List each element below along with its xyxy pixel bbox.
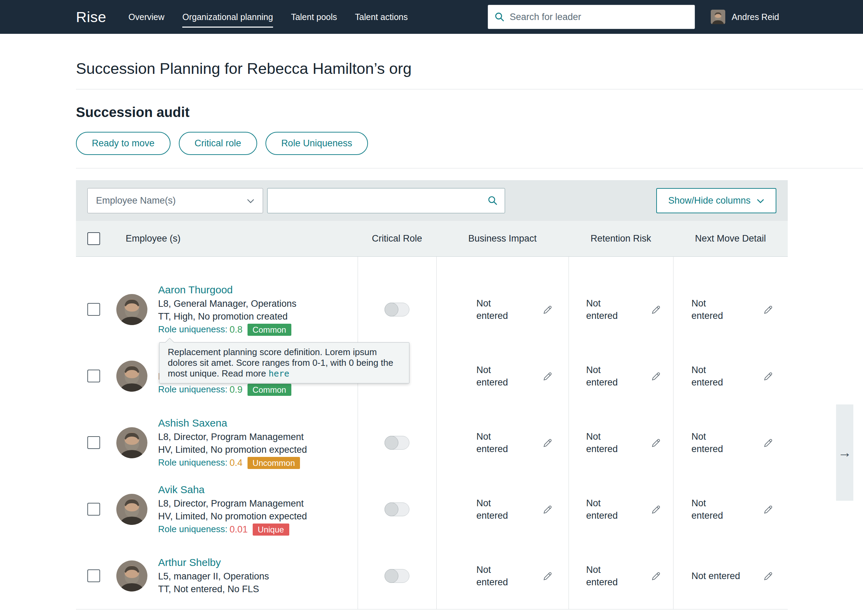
edit-pencil-icon[interactable] [763, 571, 773, 581]
role-uniqueness-badge: Common [247, 324, 291, 336]
row-checkbox[interactable] [87, 569, 100, 582]
business-impact-header: Business Impact [468, 233, 536, 244]
employee-name-link[interactable]: Ashish Saxena [158, 416, 307, 430]
table-row: Avik Saha L8, Director, Program Manageme… [76, 476, 788, 542]
edit-pencil-icon[interactable] [763, 504, 773, 515]
page-title: Succession Planning for Rebecca Hamilton… [76, 59, 863, 78]
next-move-detail-cell: Not entered [673, 497, 788, 522]
retention-risk-value: Not entered [586, 564, 625, 588]
row-checkbox[interactable] [87, 503, 100, 515]
pills-divider [76, 168, 863, 168]
retention-risk-value: Not entered [586, 364, 625, 388]
employee-status-line: TT, Not entered, No FLS [158, 583, 269, 596]
search-icon [487, 195, 498, 206]
row-checkbox[interactable] [87, 303, 100, 316]
employee-status-line: HV, Limited, No promotion expected [158, 443, 307, 456]
edit-pencil-icon[interactable] [651, 571, 662, 581]
edit-pencil-icon[interactable] [543, 371, 553, 381]
edit-pencil-icon[interactable] [651, 304, 662, 315]
role-uniqueness-value: 0.4 [230, 457, 243, 469]
critical-role-toggle[interactable] [385, 503, 409, 516]
employee-cell: Avik Saha L8, Director, Program Manageme… [76, 483, 358, 536]
critical-role-toggle[interactable] [385, 569, 409, 583]
filter-type-dropdown-value: Employee Name(s) [96, 195, 176, 206]
business-impact-value: Not entered [476, 564, 515, 588]
employee-name-link[interactable]: Arthur Shelby [158, 556, 269, 569]
chevron-down-icon [757, 195, 764, 206]
retention-risk-cell: Not entered [569, 431, 673, 455]
critical-role-cell [358, 303, 436, 316]
next-move-detail-header: Next Move Detail [695, 233, 766, 244]
edit-pencil-icon[interactable] [543, 438, 553, 448]
nav-overview[interactable]: Overview [129, 0, 164, 34]
table-row: Arthur Shelby L5, manager II, Operations… [76, 542, 788, 609]
next-move-detail-cell: Not entered [673, 297, 788, 322]
employee-status-line: HV, Limited, No promotion expected [158, 510, 307, 523]
edit-pencil-icon[interactable] [543, 304, 553, 315]
retention-risk-cell: Not entered [569, 297, 673, 322]
employee-avatar [116, 294, 148, 325]
employee-role-line: L8, Director, Program Management [158, 497, 307, 510]
business-impact-cell: Not entered [436, 564, 569, 588]
arrow-right-icon: → [838, 445, 852, 460]
edit-pencil-icon[interactable] [651, 371, 662, 381]
table-body: Aaron Thurgood L8, General Manager, Oper… [76, 257, 788, 610]
filter-type-dropdown[interactable]: Employee Name(s) [87, 188, 263, 213]
row-checkbox[interactable] [87, 436, 100, 449]
nav-talent-actions[interactable]: Talent actions [355, 0, 408, 34]
role-uniqueness: Role uniqueness: 0.01 Unique [158, 523, 307, 536]
app-logo[interactable]: Rise [76, 9, 106, 25]
critical-role-cell [358, 569, 436, 583]
retention-risk-cell: Not entered [569, 564, 673, 588]
role-uniqueness-label[interactable]: Role uniqueness: [158, 324, 230, 335]
role-uniqueness-label[interactable]: Role uniqueness: [158, 384, 230, 395]
next-move-detail-value: Not entered [692, 364, 730, 388]
user-menu[interactable]: Andres Reid [711, 9, 779, 24]
section-title: Succession audit [76, 105, 863, 120]
table-search-input[interactable] [274, 195, 483, 206]
primary-nav: Overview Organizational planning Talent … [129, 0, 408, 34]
business-impact-value: Not entered [476, 297, 515, 322]
edit-pencil-icon[interactable] [543, 504, 553, 515]
role-uniqueness-value: 0.01 [230, 523, 248, 535]
toggle-knob [385, 503, 398, 516]
employee-cell: Ashish Saxena L8, Director, Program Mana… [76, 416, 358, 469]
select-all-checkbox[interactable] [87, 232, 100, 245]
top-nav-bar: Rise Overview Organizational planning Ta… [0, 0, 863, 34]
pill-role-uniqueness[interactable]: Role Uniqueness [266, 132, 368, 155]
critical-role-toggle[interactable] [385, 436, 409, 449]
employee-name-link[interactable]: Aaron Thurgood [158, 283, 297, 297]
edit-pencil-icon[interactable] [763, 371, 773, 381]
table-header-row: Employee (s) Critical Role Business Impa… [76, 221, 788, 257]
employee-role-line: L8, Director, Program Management [158, 431, 307, 443]
role-uniqueness-badge: Uncommon [247, 457, 300, 469]
table-search-box[interactable] [267, 188, 505, 213]
retention-risk-cell: Not entered [569, 497, 673, 522]
edit-pencil-icon[interactable] [543, 571, 553, 581]
edit-pencil-icon[interactable] [651, 438, 662, 448]
nav-organizational-planning[interactable]: Organizational planning [182, 0, 273, 34]
scroll-right-button[interactable]: → [836, 404, 854, 501]
role-uniqueness-label[interactable]: Role uniqueness: [158, 523, 230, 535]
edit-pencil-icon[interactable] [763, 304, 773, 315]
pill-ready-to-move[interactable]: Ready to move [76, 132, 171, 155]
critical-role-cell [358, 436, 436, 449]
critical-role-toggle[interactable] [385, 303, 409, 316]
edit-pencil-icon[interactable] [763, 438, 773, 448]
title-divider [76, 89, 863, 90]
leader-search-box[interactable] [488, 5, 695, 29]
role-uniqueness-label[interactable]: Role uniqueness: [158, 457, 230, 468]
nav-talent-pools[interactable]: Talent pools [291, 0, 337, 34]
column-divider [569, 257, 569, 609]
leader-search-input[interactable] [509, 12, 689, 22]
row-checkbox[interactable] [87, 369, 100, 382]
edit-pencil-icon[interactable] [651, 504, 662, 515]
retention-risk-value: Not entered [586, 431, 625, 455]
tooltip-read-more-link[interactable]: here [269, 369, 289, 379]
role-uniqueness: Role uniqueness: 0.8 Common [158, 324, 297, 336]
pill-critical-role[interactable]: Critical role [179, 132, 257, 155]
next-move-detail-cell: Not entered [673, 431, 788, 455]
show-hide-columns-button[interactable]: Show/Hide columns [656, 188, 777, 213]
retention-risk-value: Not entered [586, 497, 625, 522]
employee-name-link[interactable]: Avik Saha [158, 483, 307, 496]
